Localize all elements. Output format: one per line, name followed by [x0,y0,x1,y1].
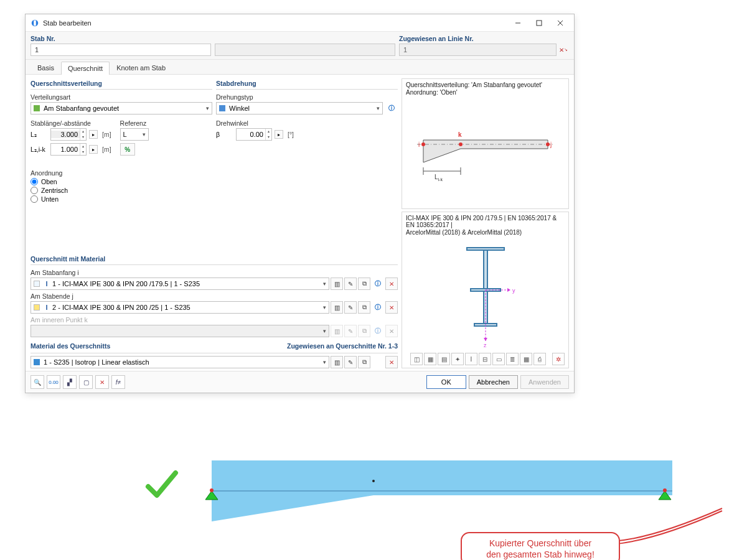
bottom-tool-1[interactable]: ▞ [63,375,77,389]
cs-end-select[interactable]: I 2 - ICI-MAX IPE 300 & IPN 200 /25 | 1 … [31,301,329,314]
tool-dims[interactable]: ⊟ [479,353,491,365]
tool-list[interactable]: ≣ [506,353,519,365]
svg-rect-19 [484,250,487,289]
window-minimize-button[interactable] [508,16,528,30]
select-icon[interactable]: ✕ [385,356,398,368]
middle-empty-field [215,44,395,56]
tool-axis[interactable]: ✦ [451,353,464,365]
info-icon[interactable]: ⓘ [372,301,384,314]
cs-start-value: 1 - ICI-MAX IPE 300 & IPN 200 /179.5 | 1… [52,280,200,287]
tab-basis[interactable]: Basis [31,61,61,74]
info-icon[interactable]: ⓘ [372,278,384,290]
percent-button[interactable]: % [120,143,135,156]
cs-end-value: 2 - ICI-MAX IPE 300 & IPN 200 /25 | 1 - … [52,304,190,311]
linie-nr-input [399,44,557,56]
new-icon[interactable]: ✎ [344,301,357,314]
ok-button[interactable]: OK [426,375,466,389]
window-title: Stab bearbeiten [43,19,508,27]
beta-label: β [216,131,233,138]
select-icon[interactable]: ✕ [385,301,398,314]
info-icon: ⓘ [372,325,384,337]
cs-end-label: Am Stabende j [31,292,398,300]
anord-oben-radio[interactable]: Oben [31,178,212,185]
dist-type-select[interactable]: Am Stabanfang gevoutet ▾ [31,102,212,114]
select-icon[interactable]: ✕ [385,278,398,290]
library-icon[interactable]: ▥ [331,278,343,290]
section-preview: ICI-MAX IPE 300 & IPN 200 /179.5 | EN 10… [402,212,569,368]
cs-inner-label: Am inneren Punkt k [31,316,398,324]
preview-toolbar: ◫ ▦ ▤ ✦ I ⊟ ▭ ≣ ▦ ⎙ ✲ [406,350,565,365]
bottom-tool-4[interactable]: f≠ [111,375,125,389]
new-icon: ✎ [344,325,357,337]
mat-select[interactable]: 1 - S235 | Isotrop | Linear elastisch ▾ [31,356,329,368]
tab-querschnitt[interactable]: Querschnitt [61,62,110,75]
ref-value: L [123,131,127,138]
tool-grid[interactable]: ▭ [492,353,505,365]
lzik-label: L₂,i-k [31,146,48,153]
app-icon [31,19,39,27]
window-maximize-button[interactable] [529,16,549,30]
beta-input[interactable]: ▴▾ [236,128,272,141]
cs-group-header: Querschnitt mit Material [31,254,398,265]
anord-zentrisch-radio[interactable]: Zentrisch [31,187,212,194]
rot-group-header: Stabdrehung [216,78,398,90]
copy-icon[interactable]: ⧉ [358,356,370,368]
select-icon: ✕ [385,325,398,337]
middle-spacer [215,35,395,42]
lz-input[interactable]: ▴▾ [50,128,87,141]
lzik-input[interactable]: ▴▾ [50,143,87,156]
apply-button[interactable]: Anwenden [520,375,569,389]
lz-unit: [m] [102,131,111,138]
window-close-button[interactable] [550,16,570,30]
bottom-scale-icon[interactable]: 0.00 [47,375,60,389]
svg-rect-1 [34,20,36,26]
tab-knoten[interactable]: Knoten am Stab [110,61,172,74]
svg-point-32 [372,480,375,482]
svg-rect-29 [212,460,672,491]
tool-view-3[interactable]: ▤ [438,353,450,365]
bottom-tool-2[interactable]: ▢ [79,375,93,389]
tool-section[interactable]: I [465,353,477,365]
new-icon[interactable]: ✎ [344,356,357,368]
cs-inner-select: ▾ [31,325,329,337]
cs-start-select[interactable]: I 1 - ICI-MAX IPE 300 & IPN 200 /179.5 |… [31,278,329,290]
info-icon[interactable]: ⓘ [385,102,398,114]
ref-select[interactable]: L ▾ [120,128,149,141]
dialog-window: Stab bearbeiten Stab Nr. Zugewiesen an L… [25,14,575,393]
beta-arrow-button[interactable]: ▸ [275,130,283,139]
chevron-down-icon: ▾ [323,359,326,365]
tool-view-2[interactable]: ▦ [424,353,436,365]
annotation-illustration: Kupierter Querschnitt über den gesamten … [199,460,741,535]
anord-label: Anordnung [31,169,212,177]
titlebar: Stab bearbeiten [26,14,574,32]
bottom-tool-3[interactable]: ✕ [95,375,109,389]
copy-icon[interactable]: ⧉ [358,278,370,290]
stab-nr-input[interactable] [31,44,211,56]
tool-settings[interactable]: ✲ [552,353,565,365]
anord-unten-radio[interactable]: Unten [31,195,212,203]
lzik-arrow-button[interactable]: ▸ [89,145,98,154]
beta-unit: [°] [288,131,294,138]
svg-point-34 [210,488,214,492]
svg-text:j: j [550,141,552,148]
bottom-magnify-icon[interactable]: 🔍 [31,375,44,389]
svg-text:k: k [458,131,462,138]
rot-type-select[interactable]: Winkel ▾ [216,102,383,114]
tool-view-1[interactable]: ◫ [410,353,423,365]
library-icon[interactable]: ▥ [331,356,343,368]
tool-values[interactable]: ▦ [520,353,532,365]
svg-marker-30 [212,491,672,521]
pick-line-icon[interactable]: ✕↘ [558,44,569,55]
copy-icon[interactable]: ⧉ [358,301,370,314]
lz-arrow-button[interactable]: ▸ [89,130,98,139]
cancel-button[interactable]: Abbrechen [469,375,518,389]
svg-text:Li-k: Li-k [435,174,443,182]
tabs: Basis Querschnitt Knoten am Stab [26,60,574,75]
rot-type-label: Drehungstyp [216,93,398,101]
stab-nr-label: Stab Nr. [31,35,211,42]
library-icon[interactable]: ▥ [331,301,343,314]
new-icon[interactable]: ✎ [344,278,357,290]
dist-group-header: Querschnittsverteilung [31,78,212,90]
annotation-callout: Kupierter Querschnitt über den gesamten … [461,532,620,560]
tool-print[interactable]: ⎙ [533,353,546,365]
